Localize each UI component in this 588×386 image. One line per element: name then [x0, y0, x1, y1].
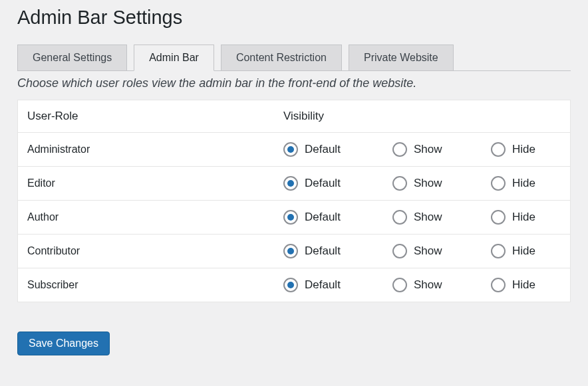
- visibility-option-default[interactable]: Default: [283, 278, 392, 292]
- role-label: Administrator: [27, 144, 283, 155]
- option-label: Default: [305, 143, 341, 156]
- save-changes-button[interactable]: Save Changes: [17, 332, 110, 355]
- visibility-option-hide[interactable]: Hide: [491, 210, 535, 225]
- radio-default[interactable]: [283, 210, 298, 225]
- visibility-options: Default Show Hide: [283, 278, 561, 292]
- visibility-options: Default Show Hide: [283, 210, 561, 225]
- visibility-option-hide[interactable]: Hide: [491, 142, 535, 157]
- visibility-option-default[interactable]: Default: [283, 176, 392, 191]
- radio-show[interactable]: [392, 210, 407, 225]
- option-label: Show: [414, 244, 442, 258]
- option-label: Default: [305, 177, 341, 190]
- radio-show[interactable]: [392, 176, 407, 191]
- radio-hide[interactable]: [491, 142, 506, 157]
- visibility-option-show[interactable]: Show: [392, 176, 491, 191]
- radio-default[interactable]: [283, 176, 298, 191]
- option-label: Hide: [512, 143, 535, 156]
- tab-general-settings[interactable]: General Settings: [17, 45, 127, 71]
- option-label: Hide: [512, 244, 535, 258]
- visibility-option-hide[interactable]: Hide: [491, 244, 535, 258]
- header-user-role: User-Role: [27, 110, 283, 123]
- radio-show[interactable]: [392, 244, 407, 258]
- role-visibility-table: User-Role Visibility Administrator Defau…: [17, 100, 571, 302]
- visibility-option-hide[interactable]: Hide: [491, 278, 535, 292]
- visibility-option-default[interactable]: Default: [283, 244, 392, 258]
- radio-default[interactable]: [283, 278, 298, 292]
- role-label: Author: [27, 211, 283, 223]
- option-label: Show: [414, 177, 442, 190]
- table-row: Author Default Show Hide: [18, 201, 570, 235]
- option-label: Show: [414, 211, 442, 224]
- tabs-nav: General Settings Admin Bar Content Restr…: [17, 45, 571, 71]
- option-label: Default: [305, 211, 341, 224]
- option-label: Show: [414, 143, 442, 156]
- option-label: Hide: [512, 211, 535, 224]
- visibility-option-show[interactable]: Show: [392, 244, 491, 258]
- visibility-option-show[interactable]: Show: [392, 142, 491, 157]
- table-row: Editor Default Show Hide: [18, 167, 570, 201]
- option-label: Hide: [512, 278, 535, 292]
- role-label: Editor: [27, 177, 283, 189]
- table-row: Contributor Default Show Hide: [18, 235, 570, 268]
- role-label: Subscriber: [27, 279, 283, 291]
- table-row: Subscriber Default Show Hide: [18, 268, 570, 302]
- option-label: Default: [305, 244, 341, 258]
- visibility-option-hide[interactable]: Hide: [491, 176, 535, 191]
- page-subtitle: Choose which user roles view the admin b…: [17, 76, 571, 90]
- radio-default[interactable]: [283, 244, 298, 258]
- visibility-option-show[interactable]: Show: [392, 210, 491, 225]
- role-label: Contributor: [27, 245, 283, 257]
- radio-hide[interactable]: [491, 278, 506, 292]
- visibility-options: Default Show Hide: [283, 244, 561, 258]
- page-title: Admin Bar Settings: [17, 7, 571, 29]
- visibility-options: Default Show Hide: [283, 142, 561, 157]
- option-label: Show: [414, 278, 442, 292]
- tab-private-website[interactable]: Private Website: [349, 45, 454, 71]
- tab-admin-bar[interactable]: Admin Bar: [134, 45, 214, 71]
- table-header: User-Role Visibility: [18, 100, 570, 133]
- visibility-option-default[interactable]: Default: [283, 142, 392, 157]
- visibility-options: Default Show Hide: [283, 176, 561, 191]
- radio-hide[interactable]: [491, 210, 506, 225]
- tab-content-restriction[interactable]: Content Restriction: [221, 45, 342, 71]
- radio-show[interactable]: [392, 278, 407, 292]
- radio-show[interactable]: [392, 142, 407, 157]
- radio-hide[interactable]: [491, 244, 506, 258]
- option-label: Hide: [512, 177, 535, 190]
- radio-hide[interactable]: [491, 176, 506, 191]
- visibility-option-default[interactable]: Default: [283, 210, 392, 225]
- table-row: Administrator Default Show Hide: [18, 133, 570, 167]
- option-label: Default: [305, 278, 341, 292]
- radio-default[interactable]: [283, 142, 298, 157]
- visibility-option-show[interactable]: Show: [392, 278, 491, 292]
- header-visibility: Visibility: [283, 110, 561, 123]
